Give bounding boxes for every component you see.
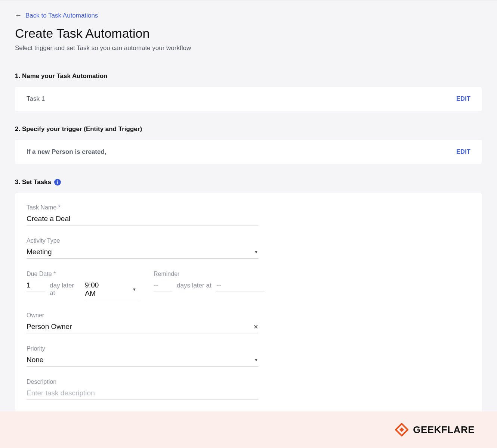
field-priority: Priority None ▼ — [27, 345, 258, 367]
reminder-days-input[interactable]: -- — [154, 280, 172, 292]
back-link-text: Back to Task Automations — [25, 12, 98, 19]
arrow-left-icon: ← — [15, 12, 22, 19]
priority-value: None — [27, 356, 43, 364]
activity-type-select[interactable]: Meeting ▼ — [27, 246, 258, 259]
section-header-tasks-text: 3. Set Tasks — [15, 178, 51, 186]
page-subtitle: Select trigger and set Task so you can a… — [15, 44, 482, 52]
brand-logo: GEEKFLARE — [395, 423, 475, 436]
due-date-days-input[interactable] — [27, 280, 45, 292]
field-due-date: Due Date * day later at 9:00 AM ▼ — [27, 271, 139, 300]
due-date-label: Due Date * — [27, 271, 139, 277]
activity-type-value: Meeting — [27, 248, 52, 256]
trigger-card: If a new Person is created, EDIT — [15, 140, 482, 164]
task-name-input[interactable] — [27, 213, 258, 225]
field-owner: Owner Person Owner ✕ — [27, 312, 258, 333]
description-label: Description — [27, 379, 258, 385]
info-icon[interactable]: i — [54, 179, 61, 186]
edit-trigger-button[interactable]: EDIT — [456, 149, 470, 155]
task-name-label: Task Name * — [27, 204, 258, 211]
reminder-time-input[interactable]: -- — [216, 280, 265, 292]
field-reminder: Reminder -- days later at -- — [154, 271, 266, 300]
priority-select[interactable]: None ▼ — [27, 354, 258, 367]
page-title: Create Task Automation — [15, 26, 482, 41]
svg-marker-1 — [399, 427, 404, 432]
field-description: Description — [27, 379, 258, 400]
brand-text: GEEKFLARE — [413, 424, 475, 436]
date-reminder-row: Due Date * day later at 9:00 AM ▼ Remind… — [27, 271, 470, 300]
section-header-tasks: 3. Set Tasks i — [15, 178, 482, 186]
owner-value: Person Owner — [27, 323, 72, 331]
task-form-card: Task Name * Activity Type Meeting ▼ Due … — [15, 193, 482, 431]
back-link[interactable]: ← Back to Task Automations — [15, 12, 98, 19]
due-date-time-value: 9:00 AM — [85, 281, 110, 298]
due-date-time-select[interactable]: 9:00 AM ▼ — [85, 280, 139, 300]
field-activity-type: Activity Type Meeting ▼ — [27, 237, 258, 259]
caret-down-icon: ▼ — [254, 358, 258, 362]
edit-name-button[interactable]: EDIT — [456, 96, 470, 102]
geekflare-icon — [395, 423, 408, 436]
caret-down-icon: ▼ — [132, 287, 136, 292]
automation-name-value: Task 1 — [27, 95, 45, 103]
caret-down-icon: ▼ — [254, 250, 258, 254]
reminder-label: Reminder — [154, 271, 266, 277]
priority-label: Priority — [27, 345, 258, 352]
activity-type-label: Activity Type — [27, 237, 258, 244]
due-date-unit-text: day later at — [50, 282, 80, 297]
footer-banner: GEEKFLARE — [0, 411, 497, 448]
field-task-name: Task Name * — [27, 204, 258, 225]
name-card: Task 1 EDIT — [15, 87, 482, 111]
section-header-trigger: 2. Specify your trigger (Entity and Trig… — [15, 125, 482, 133]
owner-select[interactable]: Person Owner ✕ — [27, 321, 258, 333]
trigger-summary: If a new Person is created, — [27, 148, 106, 156]
description-input[interactable] — [27, 388, 258, 400]
section-header-name: 1. Name your Task Automation — [15, 72, 482, 80]
clear-owner-button[interactable]: ✕ — [253, 323, 258, 330]
reminder-unit-text: days later at — [177, 282, 212, 289]
owner-label: Owner — [27, 312, 258, 319]
